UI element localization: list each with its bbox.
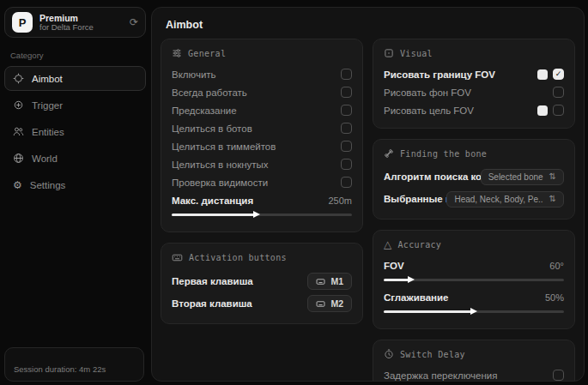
sidebar-item-settings[interactable]: ⚙ Settings [4,172,146,197]
selected-value: Head, Neck, Body, Pe.. [454,195,543,204]
sidebar-item-label: Aimbot [32,74,63,84]
row-label: Вторая клавиша [172,298,307,309]
users-icon [13,126,24,137]
sidebar: P Premium for Delta Force ⟳ Category Aim… [4,7,146,382]
brand-card: P Premium for Delta Force ⟳ [4,7,146,38]
bone-card: Finding the bone Алгоритм поиска костей … [373,139,575,220]
toggle-row-target-knocked: Целиться в нокнутых ✓ [172,155,352,173]
smoothing-value: 50% [545,292,564,303]
selected-bones-select[interactable]: Head, Neck, Body, Pe.. ⇅ [446,191,564,208]
switch-delay-checkbox[interactable]: ✓ [553,370,564,381]
crosshair-plus-icon [13,99,24,111]
sidebar-item-entities[interactable]: Entities [4,119,146,144]
slider-thumb[interactable] [470,308,477,315]
second-key-button[interactable]: M2 [307,295,352,312]
frame-icon [384,48,394,58]
toggle-row-target-bots: Целиться в ботов ✓ [172,119,352,137]
draw-fov-background-checkbox[interactable]: ✓ [553,87,564,98]
keyboard-icon [316,277,325,286]
session-card: Session duration: 4m 22s [4,347,144,382]
accuracy-card: △ Accuracy FOV 60° Сглаживание 50% [373,230,575,329]
color-swatch[interactable] [537,105,548,116]
right-column: Visual Рисовать границу FOV ✓ Рисовать ф… [373,39,575,382]
keyboard-icon [316,299,325,309]
row-label: Задержка переключения [384,370,553,381]
sidebar-item-aimbot[interactable]: Aimbot [4,66,146,91]
section-title: General [188,49,226,58]
sidebar-item-world[interactable]: World [4,146,146,171]
max-distance-slider[interactable] [172,210,352,219]
general-header: General [172,48,352,58]
sync-icon[interactable]: ⟳ [130,17,138,27]
session-duration: Session duration: 4m 22s [14,364,106,374]
toggle-row-enable: Включить ✓ [172,65,352,83]
target-teammates-checkbox[interactable]: ✓ [341,141,352,152]
brand-title: Premium [39,13,123,23]
brand-subtitle: for Delta Force [39,23,123,33]
sidebar-item-trigger[interactable]: Trigger [4,93,146,117]
fov-row: FOV 60° [384,256,564,274]
brand-logo: P [12,12,33,33]
enable-checkbox[interactable]: ✓ [341,69,352,80]
section-title: Switch Delay [400,350,465,359]
chevron-updown-icon: ⇅ [549,195,556,203]
key-binding-value: M1 [330,276,343,286]
draw-fov-target-checkbox[interactable]: ✓ [553,105,564,116]
toggle-row-visibility-check: Проверка видимости ✓ [172,173,352,191]
slider-fill [172,214,257,216]
slider-thumb[interactable] [408,276,415,283]
section-title: Activation buttons [189,253,287,262]
draw-fov-background-row: Рисовать фон FOV ✓ [384,83,564,101]
sidebar-item-label: Entities [32,127,64,137]
fov-slider[interactable] [384,275,564,284]
first-key-row: Первая клавиша M1 [172,270,352,292]
visibility-check-checkbox[interactable]: ✓ [341,177,352,188]
first-key-button[interactable]: M1 [307,273,352,290]
row-label: Макс. дистанция [172,196,321,206]
always-work-checkbox[interactable]: ✓ [341,87,352,98]
fov-value: 60° [549,261,564,271]
target-bots-checkbox[interactable]: ✓ [341,123,352,134]
color-swatch[interactable] [537,69,548,80]
toggle-row-prediction: Предсказание ✓ [172,101,352,119]
slider-fill [384,310,474,313]
activation-header: Activation buttons [172,252,352,263]
row-label: Включить [172,69,341,80]
toggle-row-always-work: Всегда работать ✓ [172,83,352,101]
row-label: Целиться в ботов [172,123,341,134]
checkmark-icon: ✓ [555,70,562,78]
sidebar-item-label: World [32,153,58,164]
row-label: Алгоритм поиска костей [384,171,481,182]
prediction-checkbox[interactable]: ✓ [341,105,352,116]
target-knocked-checkbox[interactable]: ✓ [341,159,352,170]
selected-bones-row: Выбранные кости Head, Neck, Body, Pe.. ⇅ [384,188,564,210]
sliders-icon [172,48,182,58]
section-title: Visual [400,49,433,58]
crosshair-icon [13,73,24,84]
bone-algorithm-select[interactable]: Selected bone ⇅ [481,169,564,185]
row-label: Проверка видимости [172,177,341,188]
smoothing-row: Сглаживание 50% [384,288,564,306]
general-card: General Включить ✓ Всегда работать ✓ Пре… [161,39,363,232]
toggle-row-target-teammates: Целиться в тиммейтов ✓ [172,137,352,155]
smoothing-slider[interactable] [384,307,564,316]
max-distance-row: Макс. дистанция 250m [172,191,352,209]
bone-icon [384,148,394,159]
row-label: Рисовать фон FOV [384,87,553,98]
row-label: Целиться в нокнутых [172,159,341,170]
second-key-row: Вторая клавиша M2 [172,292,352,315]
draw-fov-border-row: Рисовать границу FOV ✓ [384,65,564,83]
sidebar-item-label: Settings [30,180,66,190]
draw-fov-border-checkbox[interactable]: ✓ [553,69,564,80]
slider-thumb[interactable] [253,211,260,218]
key-binding-value: M2 [330,298,343,309]
switch-delay-toggle-row: Задержка переключения ✓ [384,366,564,382]
activation-card: Activation buttons Первая клавиша M1 Вто… [161,243,363,324]
section-title: Finding the bone [400,149,487,159]
left-column: General Включить ✓ Всегда работать ✓ Пре… [161,39,363,382]
clock-icon [384,349,394,359]
sidebar-item-label: Trigger [32,100,63,111]
row-label: FOV [384,261,543,271]
row-label: Сглаживание [384,292,538,303]
row-label: Всегда работать [172,87,341,98]
